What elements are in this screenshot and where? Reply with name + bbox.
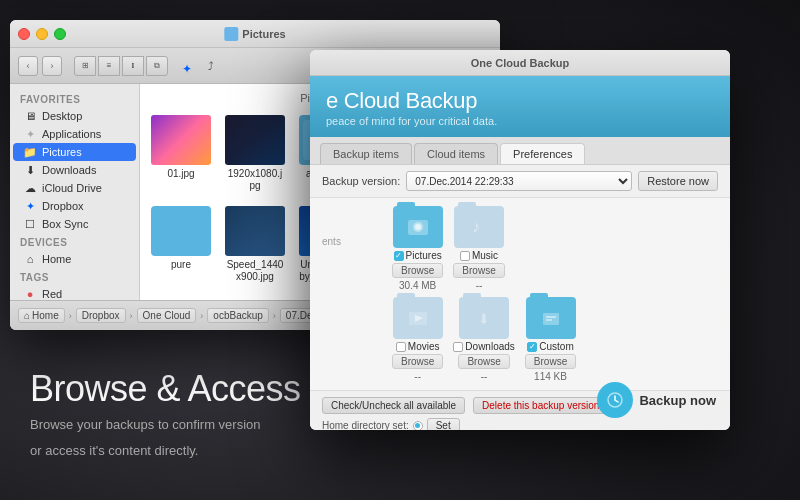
custom-browse-btn[interactable]: Browse [525,354,576,369]
movies-backup-icon [393,297,443,339]
list-view-btn[interactable]: ≡ [98,56,120,76]
file-thumb-speed [225,206,285,256]
boxsync-icon: ☐ [23,217,37,231]
file-item-01jpg[interactable]: 01.jpg [148,112,214,195]
custom-checkbox[interactable]: ✓ [527,342,537,352]
downloads-browse-btn[interactable]: Browse [458,354,509,369]
movies-svg [403,305,433,331]
home-dir-set-btn[interactable]: Set [427,418,460,430]
cov-view-btn[interactable]: ⧉ [146,56,168,76]
backup-item-custom: ✓ Custom Browse 114 KB [525,297,576,382]
dropbox-sidebar-icon: ✦ [23,199,37,213]
home-dir-row: Home directory set: Set [322,418,718,430]
sidebar-item-pictures[interactable]: 📁 Pictures [13,143,136,161]
movies-checkbox-row: Movies [396,341,440,352]
pictures-size: 30.4 MB [399,280,436,291]
bc-arrow-3: › [200,311,203,321]
home-dir-label: Home directory set: [322,420,409,430]
custom-backup-icon [526,297,576,339]
home-bc-label: Home [32,310,59,321]
backup-item-music: ♪ Music Browse -- [453,206,504,291]
file-name-1920: 1920x1080.jpg [225,168,285,192]
breadcrumb-onecloud[interactable]: One Cloud [137,308,197,323]
sidebar-item-downloads[interactable]: ⬇ Downloads [13,161,136,179]
finder-title: Pictures [224,27,285,41]
page-subtitle-line1: Browse your backups to confirm version [30,415,301,435]
finder-titlebar: Pictures [10,20,500,48]
col-view-btn[interactable]: ⫿ [122,56,144,76]
minimize-button[interactable] [36,28,48,40]
backup-window-title: One Cloud Backup [471,57,569,69]
pictures-browse-btn[interactable]: Browse [392,263,443,278]
home-bc-icon: ⌂ [24,310,30,321]
pictures-checkbox[interactable]: ✓ [394,251,404,261]
file-item-1920[interactable]: 1920x1080.jpg [222,112,288,195]
music-browse-btn[interactable]: Browse [453,263,504,278]
forward-button[interactable]: › [42,56,62,76]
custom-item-label: Custom [539,341,573,352]
home-dir-radio[interactable] [413,421,423,431]
apps-icon: ✦ [23,127,37,141]
sidebar-item-dropbox[interactable]: ✦ Dropbox [13,197,136,215]
home-icon: ⌂ [23,252,37,266]
downloads-checkbox[interactable] [453,342,463,352]
icloud-icon: ☁ [23,181,37,195]
music-checkbox[interactable] [460,251,470,261]
movies-checkbox[interactable] [396,342,406,352]
svg-text:♪: ♪ [472,218,480,235]
maximize-button[interactable] [54,28,66,40]
pictures-folder-icon: 📁 [23,145,37,159]
file-item-pure[interactable]: pure [148,203,214,286]
restore-button[interactable]: Restore now [638,171,718,191]
pictures-item-label: Pictures [406,250,442,261]
music-size: -- [476,280,483,291]
folder-icon [224,27,238,41]
movies-item-label: Movies [408,341,440,352]
delete-version-button[interactable]: Delete this backup version [473,397,608,414]
red-tag-icon: ● [23,287,37,300]
file-name-01jpg: 01.jpg [167,168,194,180]
tab-preferences[interactable]: Preferences [500,143,585,164]
custom-size: 114 KB [534,371,567,382]
backup-titlebar: One Cloud Backup [310,50,730,76]
sidebar-item-icloud[interactable]: ☁ iCloud Drive [13,179,136,197]
backup-item-pictures: ✓ Pictures Browse 30.4 MB [392,206,443,291]
downloads-checkbox-row: Downloads [453,341,514,352]
dropbox-shape [182,59,198,73]
downloads-backup-icon: ⬇ [459,297,509,339]
music-checkbox-row: Music [460,250,498,261]
breadcrumb-ocbbackup[interactable]: ocbBackup [207,308,268,323]
music-backup-icon: ♪ [454,206,504,248]
breadcrumb-home[interactable]: ⌂ Home [18,308,65,323]
share-button[interactable]: ⤴ [208,60,214,72]
downloads-size: -- [481,371,488,382]
dropbox-icon[interactable] [180,56,200,76]
back-button[interactable]: ‹ [18,56,38,76]
page-title: Browse & Access [30,369,301,409]
camera-svg [403,214,433,240]
sidebar-label-pictures: Pictures [42,146,82,158]
file-item-speed[interactable]: Speed_1440x900.jpg [222,203,288,286]
backup-tabs: Backup items Cloud items Preferences [310,137,730,165]
tab-backup-items[interactable]: Backup items [320,143,412,164]
movies-browse-btn[interactable]: Browse [392,354,443,369]
backup-now-button[interactable]: Backup now [597,382,716,418]
sidebar-item-desktop[interactable]: 🖥 Desktop [13,107,136,125]
backup-items-row2: Movies Browse -- ⬇ Downloads Browse -- [310,291,730,382]
sidebar-label-dropbox: Dropbox [42,200,84,212]
sidebar-item-red[interactable]: ● Red [13,285,136,300]
sidebar-item-boxsync[interactable]: ☐ Box Sync [13,215,136,233]
version-select[interactable]: 07.Dec.2014 22:29:33 [406,171,632,191]
tags-label: Tags [10,268,139,285]
breadcrumb-dropbox[interactable]: Dropbox [76,308,126,323]
close-button[interactable] [18,28,30,40]
tab-cloud-items[interactable]: Cloud items [414,143,498,164]
sidebar-item-applications[interactable]: ✦ Applications [13,125,136,143]
icon-view-btn[interactable]: ⊞ [74,56,96,76]
downloads-icon: ⬇ [23,163,37,177]
pictures-checkbox-row: ✓ Pictures [394,250,442,261]
custom-checkbox-row: ✓ Custom [527,341,573,352]
pictures-backup-icon [393,206,443,248]
check-all-button[interactable]: Check/Uncheck all available [322,397,465,414]
sidebar-item-home[interactable]: ⌂ Home [13,250,136,268]
